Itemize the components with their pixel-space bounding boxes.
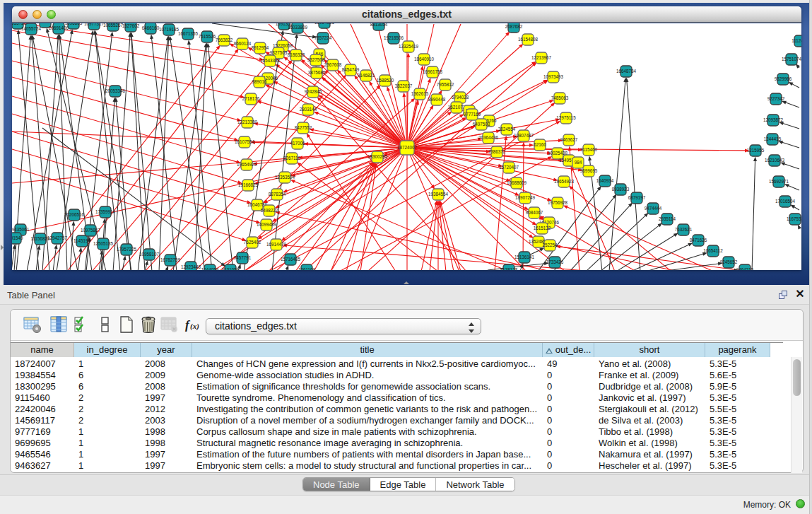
column-header-pagerank[interactable]: pagerank — [705, 343, 770, 357]
graph-node[interactable]: 9457791 — [234, 252, 252, 264]
function-builder-icon[interactable]: f(x) — [184, 315, 206, 334]
table-settings-icon[interactable] — [23, 315, 42, 334]
graph-node[interactable]: 18640910 — [414, 54, 435, 65]
graph-edge[interactable] — [752, 159, 755, 270]
graph-node[interactable]: 16648784 — [616, 66, 637, 77]
tab-edge-table[interactable]: Edge Table — [370, 478, 437, 491]
graph-edge[interactable] — [323, 78, 407, 148]
graph-node[interactable]: 984 — [572, 157, 584, 168]
graph-node[interactable]: 8138128 — [500, 264, 518, 270]
graph-node[interactable]: 10654112 — [703, 245, 723, 257]
graph-edge[interactable] — [440, 203, 461, 271]
graph-node[interactable]: 13325419 — [399, 41, 419, 52]
graph-edge[interactable] — [12, 132, 407, 148]
panel-collapse-arrow-icon[interactable] — [1, 245, 4, 250]
graph-node[interactable]: 9245652 — [720, 257, 738, 268]
graph-edge[interactable] — [523, 144, 524, 270]
graph-node[interactable]: 12923448 — [181, 262, 201, 270]
graph-edge[interactable] — [407, 148, 565, 270]
graph-node[interactable]: 9464215 — [736, 264, 754, 270]
column-header-name[interactable]: name — [11, 343, 74, 357]
graph-edge[interactable] — [12, 114, 240, 183]
graph-node[interactable]: 1527602 — [122, 23, 140, 32]
graph-edge[interactable] — [12, 148, 407, 183]
select-columns-icon[interactable] — [49, 315, 68, 334]
table-row[interactable]: 969969511998Structural magnetic resonanc… — [11, 438, 788, 449]
graph-edge[interactable] — [170, 38, 205, 270]
table-row[interactable]: 1456911722003Disruption of a novel membe… — [11, 415, 788, 426]
graph-node[interactable]: 16961758 — [423, 66, 443, 78]
graph-node[interactable]: 9115460 — [580, 144, 598, 156]
graph-node[interactable]: 15692971 — [769, 176, 789, 187]
column-header-year[interactable]: year — [141, 343, 192, 357]
graph-node[interactable]: 10975867 — [81, 225, 101, 236]
graph-node[interactable]: 15136141 — [514, 252, 535, 263]
graph-edge[interactable] — [53, 247, 57, 270]
graph-node[interactable]: 12942757 — [47, 233, 68, 244]
graph-edge[interactable] — [421, 203, 436, 270]
new-document-icon[interactable] — [117, 315, 136, 334]
graph-edge[interactable] — [12, 149, 259, 223]
graph-node[interactable]: 17957225 — [117, 244, 137, 255]
graph-node[interactable]: 6466160 — [142, 23, 160, 34]
graph-node[interactable]: 16107554 — [235, 136, 255, 148]
graph-node[interactable]: 10719185 — [159, 24, 180, 35]
graph-edge[interactable] — [131, 35, 152, 270]
graph-edge[interactable] — [782, 163, 799, 169]
graph-node[interactable]: 8938923 — [612, 184, 630, 195]
table-vertical-scrollbar[interactable] — [791, 357, 802, 473]
graph-edge[interactable] — [784, 102, 799, 107]
graph-node[interactable]: 7515526 — [199, 31, 216, 42]
graph-edge[interactable] — [194, 45, 206, 270]
graph-node[interactable]: 1244415 — [764, 134, 782, 145]
graph-node[interactable]: 12213380 — [237, 117, 258, 128]
graph-node[interactable]: 16914479 — [266, 239, 287, 250]
graph-node[interactable]: 15751074 — [782, 54, 801, 65]
tab-network-table[interactable]: Network Table — [436, 478, 514, 491]
graph-edge[interactable] — [78, 250, 81, 270]
close-panel-icon[interactable]: ✕ — [794, 288, 806, 300]
float-panel-icon[interactable] — [779, 291, 788, 300]
graph-edge[interactable] — [781, 123, 799, 129]
graph-edge[interactable] — [570, 187, 671, 270]
graph-edge[interactable] — [440, 203, 454, 270]
table-selector-dropdown[interactable]: citations_edges.txt — [206, 318, 481, 334]
column-header-title[interactable]: title — [192, 343, 543, 357]
import-checks-icon[interactable] — [73, 315, 91, 334]
table-row[interactable]: 1872400712008Changes of HCN gene express… — [11, 358, 788, 370]
graph-node[interactable]: 8471626 — [690, 235, 707, 246]
graph-node[interactable]: 17359914 — [95, 206, 116, 218]
graph-node[interactable]: 8878354 — [269, 189, 286, 200]
scrollbar-thumb[interactable] — [793, 359, 801, 396]
column-header-short[interactable]: short — [594, 343, 705, 357]
network-window-titlebar[interactable]: citations_edges.txt — [12, 6, 801, 23]
table-row[interactable]: 1938455462009Genome-wide association stu… — [11, 370, 788, 381]
graph-edge[interactable] — [27, 32, 72, 270]
graph-node[interactable]: 1112449 — [792, 35, 801, 47]
table-row[interactable]: 2242004622012Investigating the contribut… — [11, 404, 788, 415]
tab-node-table[interactable]: Node Table — [303, 478, 370, 491]
graph-node[interactable]: 16154808 — [518, 34, 539, 45]
graph-node[interactable]: 8813054 — [370, 23, 388, 30]
graph-node[interactable]: 1215955 — [747, 145, 765, 156]
graph-node[interactable]: 2803144 — [300, 104, 317, 115]
network-canvas[interactable]: 2055726140557241881307206914061096603109… — [12, 23, 801, 270]
graph-edge[interactable] — [208, 45, 233, 270]
graph-node[interactable]: 7485063 — [551, 93, 569, 104]
graph-node[interactable]: 989016 — [252, 76, 267, 88]
graph-node[interactable]: 19654923 — [554, 176, 575, 187]
graph-node[interactable]: 8990448 — [428, 94, 446, 105]
graph-node[interactable]: 20053346 — [105, 86, 126, 97]
panel-divider-handle[interactable] — [404, 281, 409, 284]
graph-edge[interactable] — [244, 33, 283, 270]
table-row[interactable]: 946554611997Estimation of the future num… — [11, 449, 788, 460]
graph-node[interactable]: 9474444 — [645, 203, 662, 214]
graph-node[interactable]: 10977317 — [84, 23, 105, 30]
graph-node[interactable]: 19218506 — [384, 33, 404, 44]
column-header-in-degree[interactable]: in_degree — [74, 343, 141, 357]
graph-node[interactable]: 6879197 — [628, 192, 646, 204]
delete-trash-icon[interactable] — [139, 315, 158, 334]
graph-node[interactable]: 252254 — [542, 240, 558, 251]
graph-node[interactable]: 16210643 — [765, 155, 785, 166]
graph-node[interactable]: 10807487 — [514, 130, 534, 141]
